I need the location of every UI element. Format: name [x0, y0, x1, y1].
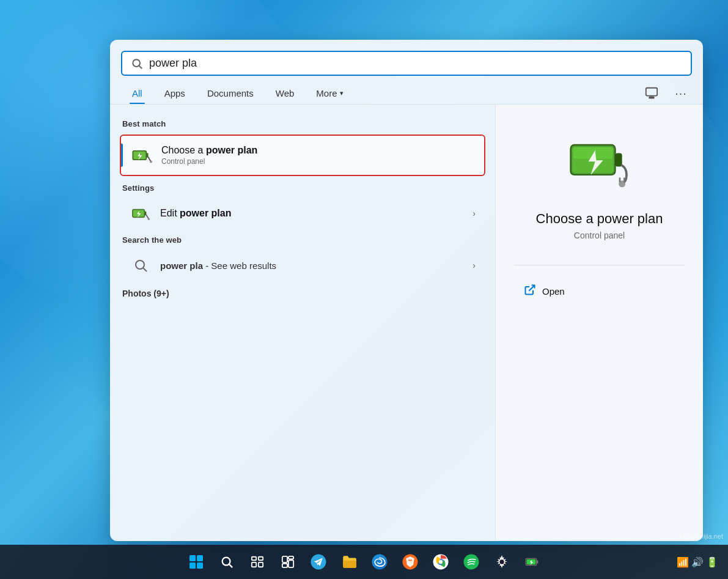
search-bar-container	[110, 40, 703, 76]
watermark: xitongzhijia.net	[678, 533, 723, 540]
svg-rect-2	[646, 88, 657, 96]
search-window: All Apps Documents Web More ▾ ···	[110, 40, 703, 541]
svg-rect-40	[282, 564, 287, 567]
svg-line-18	[144, 268, 147, 272]
svg-rect-35	[258, 557, 262, 561]
search-icon	[131, 57, 143, 70]
taskbar-edge-icon	[372, 554, 388, 570]
web-search-item[interactable]: power pla - See web results ›	[120, 248, 485, 282]
chevron-down-icon: ▾	[340, 89, 344, 97]
svg-rect-36	[251, 562, 256, 567]
edit-power-plan-title: Edit power plan	[160, 208, 464, 219]
svg-point-16	[148, 218, 150, 220]
best-match-section-title: Best match	[110, 116, 495, 131]
tab-apps[interactable]: Apps	[153, 83, 196, 103]
best-match-info: Choose a power plan Control panel	[161, 145, 474, 166]
taskbar-system-tray: 📶 🔊 🔋	[677, 556, 718, 568]
edit-power-plan-icon	[130, 202, 152, 224]
settings-edit-power-plan[interactable]: Edit power plan ›	[120, 196, 485, 230]
svg-rect-34	[251, 557, 256, 561]
power-plan-icon	[131, 144, 153, 166]
left-panel: Best match	[110, 105, 495, 540]
taskbar-chrome-icon	[433, 554, 449, 570]
taskbar-brave-button[interactable]	[397, 548, 424, 575]
system-icons: 📶 🔊 🔋	[677, 556, 718, 568]
taskbar-settings-button[interactable]	[488, 548, 515, 575]
photos-section-title: Photos (9+)	[110, 284, 495, 303]
wifi-icon[interactable]: 📶	[677, 556, 689, 568]
svg-point-48	[463, 555, 479, 570]
taskbar-settings-icon	[494, 554, 510, 570]
tab-all[interactable]: All	[121, 83, 153, 103]
search-bar	[121, 51, 692, 76]
taskbar-widgets-button[interactable]	[274, 548, 301, 575]
taskbar-taskview-button[interactable]	[244, 548, 271, 575]
web-search-icon	[130, 254, 152, 276]
open-button[interactable]: Open	[514, 278, 685, 305]
edit-power-plan-info: Edit power plan	[160, 208, 464, 219]
windows-logo-icon	[189, 555, 203, 569]
web-search-text: power pla - See web results	[160, 259, 276, 272]
svg-point-42	[311, 555, 326, 570]
screen-capture-icon[interactable]	[641, 82, 663, 104]
svg-rect-39	[288, 556, 293, 559]
settings-section-title: Settings	[110, 180, 495, 195]
svg-line-33	[229, 564, 232, 567]
taskbar-files-button[interactable]	[336, 548, 362, 575]
taskbar: 📶 🔊 🔋	[0, 545, 728, 579]
detail-title: Choose a power plan	[536, 211, 663, 227]
detail-icon	[566, 129, 633, 199]
svg-rect-37	[258, 562, 262, 567]
taskbar-edge-button[interactable]	[366, 548, 393, 575]
svg-point-17	[136, 260, 144, 269]
svg-rect-29	[197, 555, 203, 561]
svg-rect-38	[282, 556, 287, 562]
detail-divider	[514, 265, 685, 265]
tab-web[interactable]: Web	[265, 83, 306, 103]
taskbar-files-icon	[341, 554, 357, 570]
taskbar-start-button[interactable]	[183, 548, 210, 575]
search-input[interactable]	[149, 57, 682, 70]
open-label: Open	[542, 286, 565, 297]
svg-rect-20	[615, 153, 622, 166]
power-plan-large-icon	[566, 129, 633, 196]
volume-icon[interactable]: 🔊	[691, 556, 704, 568]
taskbar-battery-button[interactable]	[519, 548, 546, 575]
best-match-item[interactable]: Choose a power plan Control panel	[120, 135, 485, 176]
svg-rect-52	[536, 560, 538, 563]
taskbar-chrome-button[interactable]	[427, 548, 454, 575]
svg-point-32	[222, 558, 230, 566]
taskbar-search-icon	[220, 555, 233, 569]
svg-rect-31	[197, 562, 203, 569]
taskbar-brave-icon	[402, 554, 418, 570]
svg-line-1	[139, 65, 142, 68]
svg-rect-41	[288, 560, 293, 567]
detail-subtitle: Control panel	[574, 230, 625, 240]
open-external-icon	[524, 284, 536, 299]
taskbar-telegram-button[interactable]	[305, 548, 332, 575]
main-content: Best match	[110, 105, 703, 540]
web-section-title: Search the web	[110, 232, 495, 247]
svg-line-27	[529, 286, 534, 291]
tab-documents[interactable]: Documents	[196, 83, 265, 103]
tabs-actions: ···	[641, 82, 692, 104]
more-options-icon[interactable]: ···	[670, 82, 692, 104]
taskbar-telegram-icon	[311, 554, 326, 570]
battery-icon[interactable]: 🔋	[706, 556, 718, 568]
taskbar-search-button[interactable]	[213, 548, 240, 575]
tabs-bar: All Apps Documents Web More ▾ ···	[110, 76, 703, 105]
detail-panel: Choose a power plan Control panel Open	[495, 105, 703, 540]
svg-rect-28	[189, 555, 196, 561]
best-match-title: Choose a power plan	[161, 145, 474, 156]
taskbar-battery-icon	[524, 554, 540, 570]
web-chevron-right-icon: ›	[472, 260, 476, 270]
svg-point-10	[150, 161, 152, 163]
best-match-subtitle: Control panel	[161, 157, 474, 166]
svg-point-50	[499, 559, 504, 564]
taskbar-widgets-icon	[281, 555, 295, 569]
tab-more[interactable]: More ▾	[305, 83, 354, 103]
taskbar-taskview-icon	[251, 555, 264, 569]
taskbar-spotify-button[interactable]	[458, 548, 485, 575]
chevron-right-icon: ›	[472, 208, 476, 218]
svg-point-47	[438, 560, 442, 564]
